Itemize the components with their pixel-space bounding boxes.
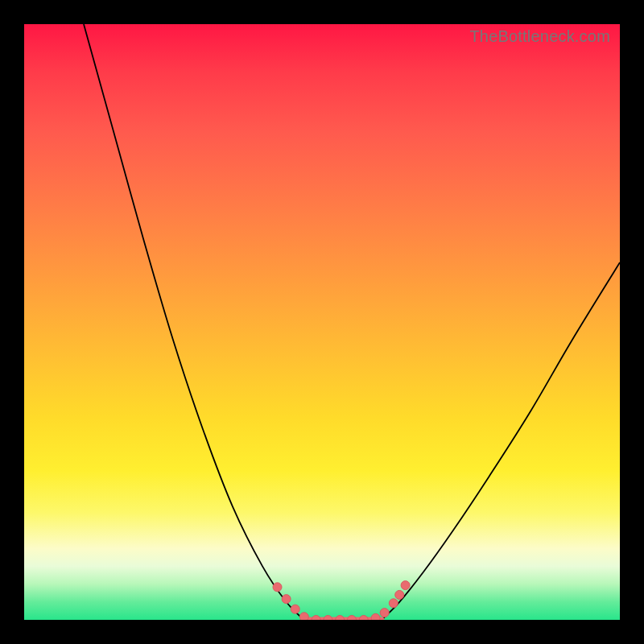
- valley-marker: [395, 590, 404, 599]
- valley-marker: [291, 605, 299, 613]
- valley-marker: [324, 616, 332, 621]
- valley-marker: [371, 613, 380, 620]
- valley-marker: [312, 616, 320, 621]
- valley-marker: [336, 616, 345, 621]
- valley-marker: [401, 581, 410, 590]
- valley-markers: [273, 581, 410, 620]
- valley-marker: [282, 595, 291, 604]
- valley-marker: [389, 599, 398, 608]
- valley-marker: [380, 609, 389, 617]
- right-curve: [382, 262, 620, 620]
- valley-marker: [359, 616, 368, 621]
- left-curve: [84, 24, 304, 620]
- valley-marker: [348, 616, 357, 621]
- plot-area: TheBottleneck.com: [24, 24, 620, 620]
- valley-marker: [299, 613, 308, 620]
- chart-svg: [24, 24, 620, 620]
- valley-marker: [273, 583, 282, 592]
- chart-frame: TheBottleneck.com: [0, 0, 644, 644]
